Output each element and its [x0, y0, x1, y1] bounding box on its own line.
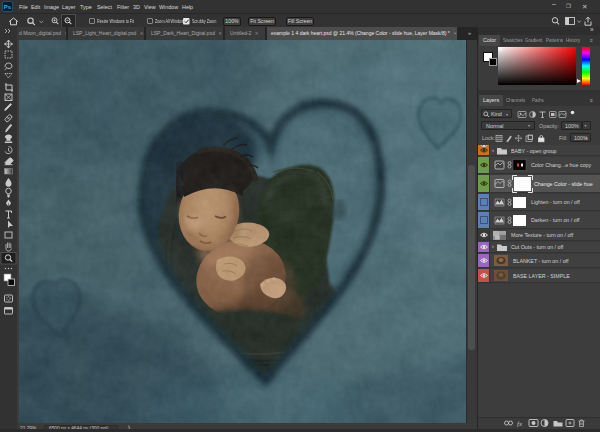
svg-text:fx: fx — [517, 420, 523, 428]
